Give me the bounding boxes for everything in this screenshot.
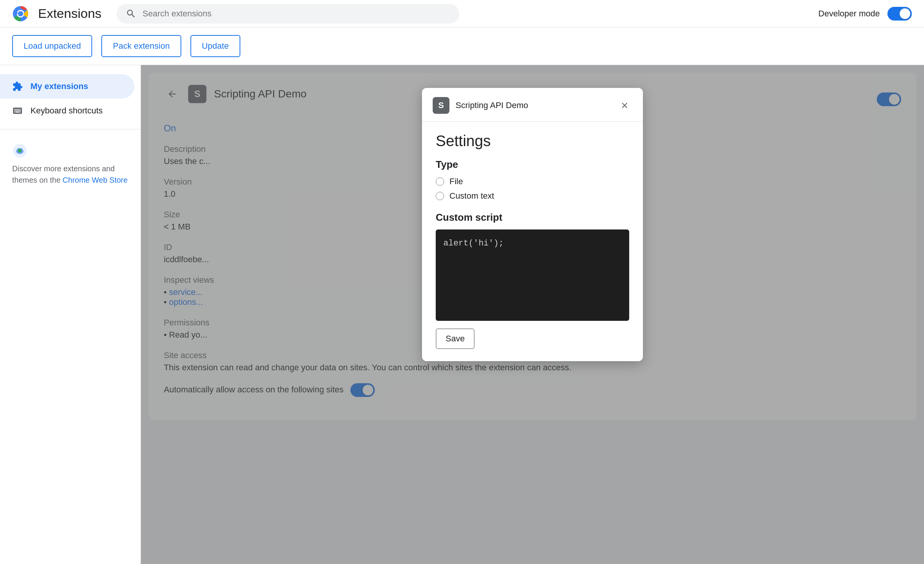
modal-settings-title: Settings [436,132,629,150]
main-layout: My extensions Keyboard shortcuts Discove… [0,65,924,564]
pack-extension-button[interactable]: Pack extension [101,35,181,57]
keyboard-icon [12,105,23,116]
sidebar-item-keyboard-shortcuts-label: Keyboard shortcuts [30,106,103,116]
custom-text-option-label[interactable]: Custom text [436,191,629,201]
action-bar: Load unpacked Pack extension Update [0,27,924,65]
file-option-label[interactable]: File [436,177,629,186]
sidebar-item-my-extensions-label: My extensions [30,81,88,91]
sidebar-divider [0,129,141,129]
load-unpacked-button[interactable]: Load unpacked [12,35,92,57]
page-title: Extensions [38,6,101,21]
modal-body: Settings Type File Custom text Custom sc… [422,122,643,361]
top-bar: Extensions Developer mode [0,0,924,27]
modal-ext-icon: S [433,97,449,114]
sidebar-item-keyboard-shortcuts[interactable]: Keyboard shortcuts [0,99,134,123]
content-area: S Scripting API Demo On Description Uses… [141,65,924,564]
modal-header: S Scripting API Demo [422,88,643,122]
file-radio[interactable] [436,177,444,186]
dev-mode-area: Developer mode [818,7,912,21]
custom-script-title: Custom script [436,212,629,223]
dev-mode-toggle[interactable] [887,7,912,21]
modal-close-button[interactable] [617,98,632,113]
custom-text-radio[interactable] [436,192,444,200]
settings-modal: S Scripting API Demo Settings Type [422,88,643,361]
dev-mode-label: Developer mode [818,9,880,19]
code-editor[interactable] [436,229,629,321]
search-icon [126,8,136,19]
chrome-logo-icon [12,5,29,22]
svg-point-4 [18,149,22,153]
sidebar-cws-link[interactable]: Chrome Web Store [62,176,128,184]
file-option-text: File [449,177,463,186]
custom-text-option-text: Custom text [449,191,494,201]
update-button[interactable]: Update [190,35,240,57]
svg-point-2 [18,11,23,16]
modal-overlay[interactable]: S Scripting API Demo Settings Type [141,65,924,564]
extensions-icon [12,81,23,92]
modal-type-title: Type [436,159,629,170]
save-button[interactable]: Save [436,328,475,349]
sidebar-cws: Discover more extensions and themes on t… [0,135,141,193]
search-input[interactable] [142,9,450,19]
search-box [117,4,459,24]
close-icon [620,101,629,110]
sidebar: My extensions Keyboard shortcuts Discove… [0,65,141,564]
modal-ext-name: Scripting API Demo [456,100,611,110]
type-radio-group: File Custom text [436,177,629,201]
cws-icon [12,143,27,158]
sidebar-item-my-extensions[interactable]: My extensions [0,74,134,99]
